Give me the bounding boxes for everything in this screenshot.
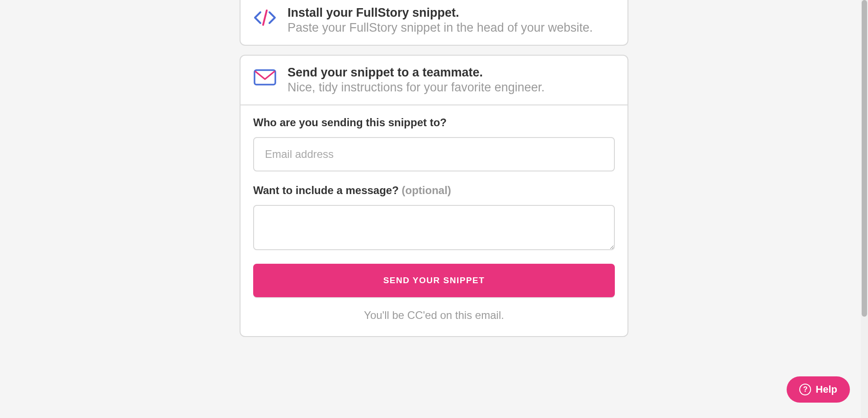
send-card-body: Who are you sending this snippet to? Wan…	[241, 104, 627, 336]
help-button[interactable]: ? Help	[787, 376, 850, 403]
cc-note: You'll be CC'ed on this email.	[253, 309, 615, 322]
message-label: Want to include a message? (optional)	[253, 184, 615, 197]
message-field[interactable]	[253, 205, 615, 250]
message-label-text: Want to include a message?	[253, 184, 402, 196]
install-subtitle: Paste your FullStory snippet in the head…	[288, 21, 615, 35]
send-card-header[interactable]: Send your snippet to a teammate. Nice, t…	[241, 56, 627, 104]
install-title: Install your FullStory snippet.	[288, 6, 615, 20]
install-card-header: Install your FullStory snippet. Paste yo…	[241, 0, 627, 45]
code-icon	[253, 6, 277, 29]
send-snippet-button[interactable]: SEND YOUR SNIPPET	[253, 264, 615, 297]
email-field[interactable]	[253, 137, 615, 171]
message-optional-text: (optional)	[402, 184, 451, 196]
scrollbar-track[interactable]	[861, 0, 868, 418]
send-title: Send your snippet to a teammate.	[288, 66, 615, 80]
scrollbar-thumb[interactable]	[862, 0, 867, 317]
help-label: Help	[816, 384, 837, 395]
envelope-icon	[253, 66, 277, 89]
install-snippet-card[interactable]: Install your FullStory snippet. Paste yo…	[240, 0, 628, 46]
send-subtitle: Nice, tidy instructions for your favorit…	[288, 81, 615, 95]
help-icon: ?	[799, 384, 811, 395]
send-snippet-card: Send your snippet to a teammate. Nice, t…	[240, 55, 628, 337]
email-label: Who are you sending this snippet to?	[253, 116, 615, 129]
